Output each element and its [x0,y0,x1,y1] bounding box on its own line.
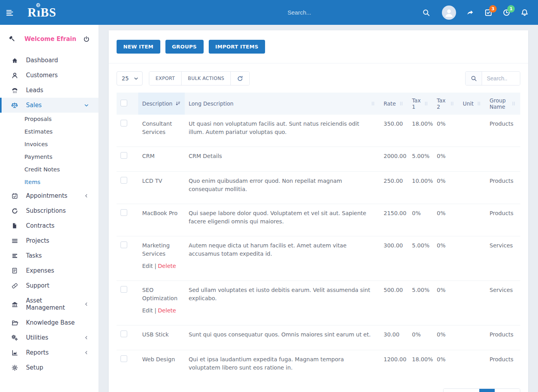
item-tax1: 18.00% [408,350,433,383]
item-group-name: Products [486,204,520,236]
select-all-checkbox[interactable] [121,100,127,106]
sidebar-subitem-credit-notes[interactable]: Credit Notes [0,163,98,176]
column-header-description[interactable]: Description [138,93,185,115]
refresh-button[interactable] [231,72,249,85]
column-header-tax-1[interactable]: Tax 1 [408,93,433,115]
item-rate: 2000.00 [380,147,408,172]
sidebar-item-dashboard[interactable]: Dashboard [0,53,98,68]
tasks-icon [10,253,19,259]
column-header-group-name[interactable]: Group Name [486,93,520,115]
item-rate: 300.00 [380,236,408,281]
gavel-icon [9,35,16,43]
sidebar-item-setup[interactable]: Setup [0,360,98,375]
sort-icon [175,101,181,106]
item-tax2: 0% [433,147,459,172]
search-icon[interactable] [422,9,430,17]
page-1-button[interactable]: 1 [479,389,495,392]
item-description: Consultant Services [142,121,172,135]
export-button[interactable]: EXPORT [149,72,182,85]
new-item-button[interactable]: NEW ITEM [117,40,160,54]
table-row: MacBook ProQui saepe labore dolor quod. … [117,204,520,236]
column-header-rate[interactable]: Rate [380,93,408,115]
item-description: Web Design [142,356,175,362]
item-tax1: 5.00% [408,147,433,172]
row-checkbox[interactable] [121,355,127,362]
item-unit [459,236,486,281]
row-checkbox[interactable] [121,242,127,248]
sidebar-item-reports[interactable]: Reports [0,345,98,360]
row-checkbox[interactable] [121,152,127,159]
import-items-button[interactable]: IMPORT ITEMS [209,40,265,54]
sidebar-item-sales[interactable]: Sales [0,98,98,113]
column-header-tax-2[interactable]: Tax 2 [433,93,459,115]
delete-link[interactable]: Delete [158,307,176,314]
global-search-input[interactable] [287,9,417,16]
sidebar-item-asset-management[interactable]: Asset Management [0,293,98,315]
sidebar-subitem-proposals[interactable]: Proposals [0,113,98,125]
sidebar-item-leads[interactable]: Leads [0,83,98,98]
item-group-name: Products [486,172,520,204]
item-rate: 350.00 [380,115,408,147]
app-logo[interactable]: RıBS [28,6,56,20]
globe-icon [36,3,41,7]
row-checkbox[interactable] [121,286,127,293]
welcome-label: Welcome Efrain [24,35,83,43]
sidebar-item-projects[interactable]: Projects [0,233,98,248]
card-body: 25 EXPORT BULK ACTIONS [109,63,528,392]
item-tax2: 0% [433,204,459,236]
sidebar-item-utilities[interactable]: Utilities [0,330,98,345]
power-icon[interactable] [83,36,90,43]
sidebar-item-subscriptions[interactable]: Subscriptions [0,203,98,218]
share-icon[interactable] [466,9,474,17]
groups-button[interactable]: GROUPS [165,40,204,54]
file-icon [10,223,19,229]
row-checkbox[interactable] [121,120,127,126]
select-all-header [117,93,138,115]
row-checkbox[interactable] [121,331,127,337]
row-checkbox[interactable] [121,177,127,184]
row-checkbox[interactable] [121,209,127,216]
topbar: RıBS 3 1 [0,0,538,25]
chevron-down-icon [134,76,139,81]
sidebar-subitem-payments[interactable]: Payments [0,150,98,163]
sidebar-item-support[interactable]: Support [0,278,98,293]
sidebar-item-tasks[interactable]: Tasks [0,248,98,263]
item-unit [459,350,486,383]
phone-icon [10,87,19,94]
sidebar-item-appointments[interactable]: Appointments [0,188,98,203]
sidebar-item-customers[interactable]: Customers [0,68,98,83]
delete-link[interactable]: Delete [158,263,176,269]
sidebar-item-knowledge-base[interactable]: Knowledge Base [0,315,98,330]
menu-toggle-icon[interactable] [6,9,13,17]
sidebar-item-label: Utilities [26,334,82,341]
bulk-actions-button[interactable]: BULK ACTIONS [182,72,231,85]
previous-page-button[interactable]: Previous [443,389,479,392]
sidebar-subitem-items[interactable]: Items [0,176,98,188]
timers-badge: 1 [507,5,515,13]
sidebar-item-expenses[interactable]: Expenses [0,263,98,278]
sidebar-subitem-estimates[interactable]: Estimates [0,125,98,138]
home-icon [10,57,19,64]
sidebar-item-contracts[interactable]: Contracts [0,218,98,233]
row-actions: Edit|Delete [142,262,181,270]
table-search [465,71,520,85]
sidebar-subitem-invoices[interactable]: Invoices [0,138,98,150]
table-search-input[interactable] [482,72,520,85]
next-page-button[interactable]: Next [495,389,520,392]
item-group-name: Products [486,350,520,383]
tasks-indicator[interactable]: 3 [484,9,492,17]
edit-link[interactable]: Edit [142,263,153,269]
chart-area-icon [10,349,19,356]
sort-icon [399,101,404,106]
column-header-long-description[interactable]: Long Description [185,93,380,115]
item-tax1: 5.00% [408,281,433,325]
column-header-unit[interactable]: Unit [459,93,486,115]
page-size-select[interactable]: 25 [117,71,143,85]
edit-link[interactable]: Edit [142,307,153,314]
notifications-icon[interactable] [521,9,529,17]
timers-indicator[interactable]: 1 [503,9,510,17]
page-actions: NEW ITEMGROUPSIMPORT ITEMS [109,30,528,63]
avatar[interactable] [442,6,456,20]
item-description: LCD TV [142,178,162,184]
sidebar: Welcome Efrain DashboardCustomersLeadsSa… [0,25,98,392]
